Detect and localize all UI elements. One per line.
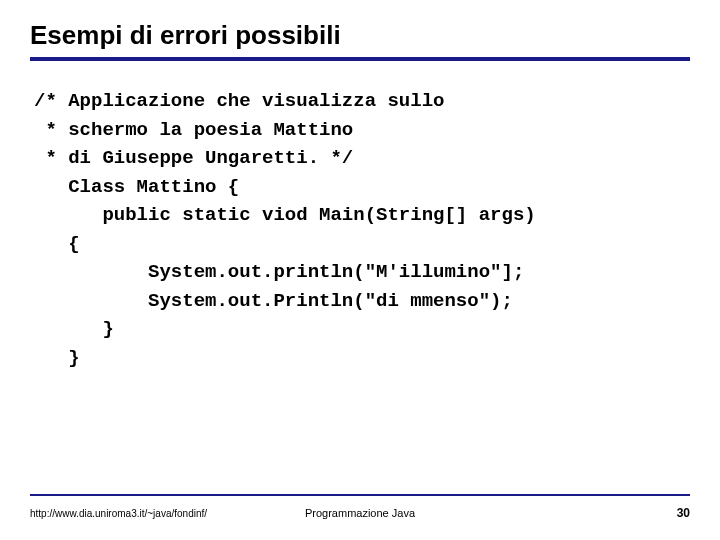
page-number: 30 (677, 506, 690, 520)
slide-title: Esempi di errori possibili (30, 20, 690, 61)
code-line: public static viod Main(String[] args) (34, 204, 536, 226)
footer-url: http://www.dia.uniroma3.it/~java/fondinf… (30, 508, 207, 519)
code-line: } (34, 318, 114, 340)
code-line: { (34, 233, 80, 255)
footer: http://www.dia.uniroma3.it/~java/fondinf… (30, 506, 690, 520)
code-line: System.out.Println("di mmenso"); (34, 290, 513, 312)
code-line: Class Mattino { (34, 176, 239, 198)
code-line: /* Applicazione che visualizza sullo (34, 90, 444, 112)
code-line: } (34, 347, 80, 369)
code-line: * di Giuseppe Ungaretti. */ (34, 147, 353, 169)
footer-divider (30, 494, 690, 496)
code-line: System.out.println("M'illumino"]; (34, 261, 524, 283)
code-line: * schermo la poesia Mattino (34, 119, 353, 141)
code-block: /* Applicazione che visualizza sullo * s… (30, 87, 690, 372)
